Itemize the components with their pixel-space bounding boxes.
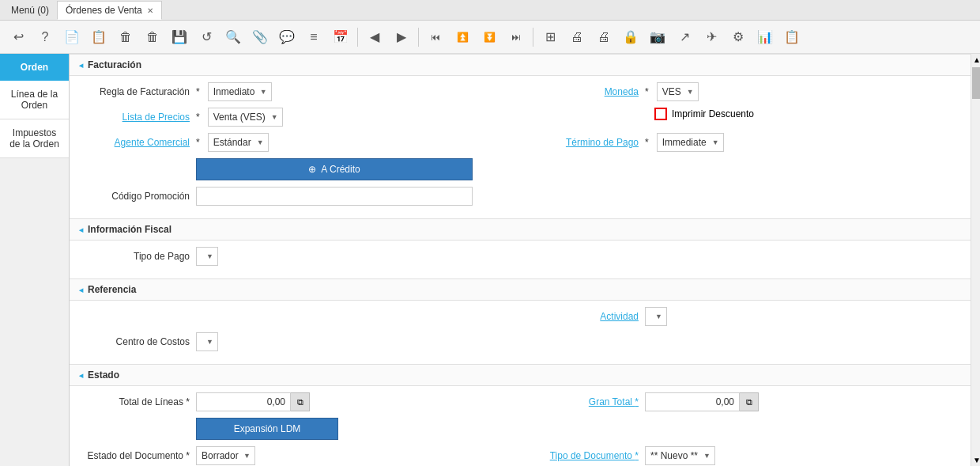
list-button[interactable]: ≡ xyxy=(302,25,326,49)
tipo-doc-required: * xyxy=(635,450,639,461)
sidebar-item-linea[interactable]: Línea de la Orden xyxy=(0,81,69,119)
tipo-pago-select[interactable] xyxy=(196,247,218,266)
estado-arrow-icon: ◂ xyxy=(79,371,83,380)
centro-costos-select-wrapper xyxy=(196,332,218,351)
last-button[interactable]: ⏭ xyxy=(504,25,528,49)
sidebar-item-orden[interactable]: Orden xyxy=(0,54,69,81)
tipo-doc-label: Tipo de Documento * xyxy=(528,450,639,461)
centro-costos-label: Centro de Costos xyxy=(79,336,190,347)
refresh-button[interactable]: ↺ xyxy=(194,25,218,49)
termino-select-wrapper: Immediate xyxy=(657,133,724,152)
attach-button[interactable]: 📎 xyxy=(248,25,272,49)
credito-icon: ⊕ xyxy=(308,164,316,175)
next2-button[interactable]: ⏬ xyxy=(477,25,501,49)
codigo-promo-input[interactable] xyxy=(196,187,473,206)
close-tab-icon[interactable]: ✕ xyxy=(147,6,153,15)
moneda-select[interactable]: VES xyxy=(657,82,699,101)
settings-button[interactable]: ⚙ xyxy=(726,25,750,49)
regla-select-wrapper: Inmediato xyxy=(208,82,272,101)
total-lineas-required: * xyxy=(186,396,190,407)
total-lineas-input-group: ⧉ xyxy=(196,392,310,411)
lista-label[interactable]: Lista de Precios xyxy=(79,112,190,123)
termino-pago-label[interactable]: Término de Pago xyxy=(528,137,639,148)
sep2 xyxy=(418,28,419,47)
centro-costos-select[interactable] xyxy=(196,332,218,351)
info-fiscal-header[interactable]: ◂ Información Fiscal xyxy=(70,218,971,241)
menu-tab[interactable]: Menú (0) xyxy=(3,2,57,19)
total-lineas-input[interactable] xyxy=(196,392,291,411)
lista-select[interactable]: Venta (VES) xyxy=(208,108,283,127)
imprimir-descuento-label: Imprimir Descuento xyxy=(672,108,754,119)
codigo-promo-label: Código Promoción xyxy=(79,191,190,202)
gran-total-input[interactable] xyxy=(645,392,740,411)
first-button[interactable]: ⏮ xyxy=(424,25,447,49)
new-button[interactable]: 📄 xyxy=(60,25,84,49)
tipo-doc-select[interactable]: ** Nuevo ** xyxy=(645,446,715,465)
active-tab[interactable]: Órdenes de Venta ✕ xyxy=(57,1,162,20)
regla-select[interactable]: Inmediato xyxy=(208,82,272,101)
tipo-pago-select-wrapper xyxy=(196,247,218,266)
agente-label[interactable]: Agente Comercial xyxy=(79,137,190,148)
export-button[interactable]: ↗ xyxy=(673,25,696,49)
send-button[interactable]: ✈ xyxy=(699,25,723,49)
lock-button[interactable]: 🔒 xyxy=(619,25,643,49)
copy-button[interactable]: 📋 xyxy=(87,25,111,49)
actividad-label[interactable]: Actividad xyxy=(528,311,639,322)
camera-button[interactable]: 📷 xyxy=(646,25,669,49)
info-fiscal-title: Información Fiscal xyxy=(88,224,172,235)
facturacion-arrow-icon: ◂ xyxy=(79,61,83,70)
estado-header[interactable]: ◂ Estado xyxy=(70,364,971,386)
scrollbar-right[interactable]: ▲ ▼ xyxy=(971,54,980,466)
agente-select-wrapper: Estándar xyxy=(208,133,269,152)
grid-button[interactable]: ⊞ xyxy=(538,25,562,49)
print1-button[interactable]: 🖨 xyxy=(565,25,589,49)
delete2-button[interactable]: 🗑 xyxy=(141,25,164,49)
credito-label: A Crédito xyxy=(321,164,360,175)
chart-button[interactable]: 📊 xyxy=(753,25,777,49)
chat-button[interactable]: 💬 xyxy=(275,25,299,49)
agente-select[interactable]: Estándar xyxy=(208,133,269,152)
print2-button[interactable]: 🖨 xyxy=(592,25,616,49)
expansion-label: Expansión LDM xyxy=(234,423,301,434)
estado-doc-required: * xyxy=(186,450,190,461)
next-button[interactable]: ▶ xyxy=(390,25,413,49)
estado-doc-select-wrapper: Borrador xyxy=(196,446,255,465)
referencia-title: Referencia xyxy=(88,284,136,295)
save-button[interactable]: 💾 xyxy=(168,25,191,49)
agente-required: * xyxy=(196,137,200,148)
info-fiscal-form: Tipo de Pago xyxy=(70,241,971,278)
sidebar-item-impuestos[interactable]: Impuestos de la Orden xyxy=(0,119,69,158)
credito-button[interactable]: ⊕ A Crédito xyxy=(196,158,473,180)
imprimir-descuento-checkbox[interactable] xyxy=(654,108,667,120)
referencia-header[interactable]: ◂ Referencia xyxy=(70,278,971,301)
info-fiscal-arrow-icon: ◂ xyxy=(79,225,83,234)
total-lineas-copy-button[interactable]: ⧉ xyxy=(291,392,310,411)
regla-required: * xyxy=(196,86,200,97)
prev-button[interactable]: ◀ xyxy=(363,25,386,49)
facturacion-header[interactable]: ◂ Facturación xyxy=(70,54,971,76)
scroll-down-icon[interactable]: ▼ xyxy=(971,454,980,466)
toolbar: ↩ ? 📄 📋 🗑 🗑 💾 ↺ 🔍 📎 💬 ≡ 📅 ◀ ▶ ⏮ ⏫ ⏬ ⏭ ⊞ … xyxy=(0,21,980,54)
expansion-button[interactable]: Expansión LDM xyxy=(196,418,338,440)
lista-required: * xyxy=(196,112,200,123)
scroll-thumb[interactable] xyxy=(972,67,980,99)
search-button[interactable]: 🔍 xyxy=(221,25,245,49)
actividad-select[interactable] xyxy=(645,307,667,326)
sep3 xyxy=(533,28,533,47)
delete1-button[interactable]: 🗑 xyxy=(114,25,138,49)
calendar-button[interactable]: 📅 xyxy=(329,25,352,49)
estado-title: Estado xyxy=(88,369,119,381)
prev2-button[interactable]: ⏫ xyxy=(450,25,474,49)
tipo-doc-select-wrapper: ** Nuevo ** xyxy=(645,446,715,465)
scroll-up-icon[interactable]: ▲ xyxy=(971,54,980,66)
moneda-label[interactable]: Moneda xyxy=(528,86,639,97)
termino-select[interactable]: Immediate xyxy=(657,133,724,152)
moneda-required: * xyxy=(645,86,649,97)
referencia-arrow-icon: ◂ xyxy=(79,286,83,294)
report-button[interactable]: 📋 xyxy=(780,25,804,49)
gran-total-copy-button[interactable]: ⧉ xyxy=(740,392,759,411)
undo-button[interactable]: ↩ xyxy=(6,25,30,49)
help-button[interactable]: ? xyxy=(33,25,57,49)
termino-required: * xyxy=(645,137,649,148)
estado-doc-select[interactable]: Borrador xyxy=(196,446,255,465)
